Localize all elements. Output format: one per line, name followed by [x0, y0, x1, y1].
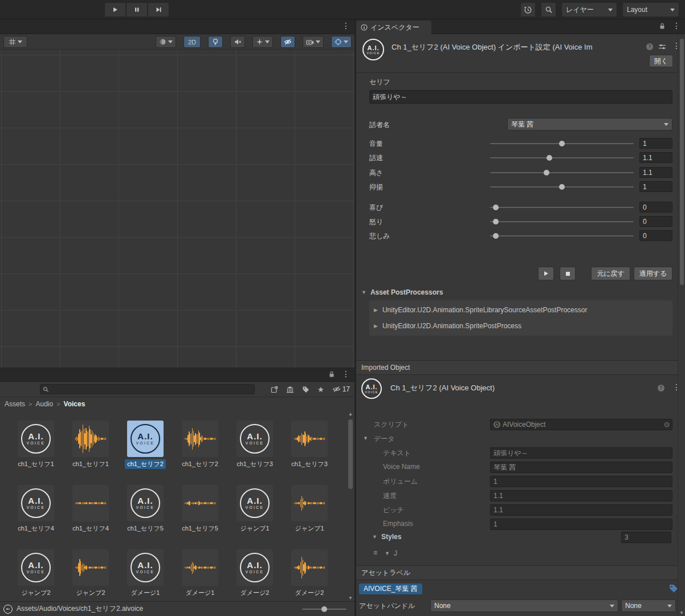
- scroll-down-icon[interactable]: ▼: [348, 595, 353, 601]
- styles-foldout[interactable]: ▼ Styles 3: [356, 532, 672, 544]
- project-scrollbar[interactable]: ▲ ▼: [347, 411, 354, 601]
- tab-inspector[interactable]: インスペクター: [356, 21, 431, 34]
- scene-lighting-toggle[interactable]: [208, 36, 223, 48]
- asset-item[interactable]: A.I.VOICEch1_セリフ5: [118, 485, 173, 549]
- gizmos-dropdown[interactable]: [331, 36, 352, 48]
- asset-item[interactable]: ダメージ2: [282, 549, 337, 602]
- breadcrumb-audio[interactable]: Audio: [35, 400, 53, 408]
- slider-value-field[interactable]: 0: [639, 216, 672, 227]
- postprocessor-row[interactable]: ▶UnityEditor.U2D.Animation.SpriteLibrary…: [369, 302, 672, 318]
- styles-element-row[interactable]: ≡ ▼ J: [356, 548, 672, 561]
- step-button[interactable]: [148, 2, 169, 17]
- asset-item[interactable]: ダメージ1: [173, 549, 227, 602]
- asset-postprocessors-foldout[interactable]: ▼ Asset PostProcessors: [361, 288, 443, 296]
- preview-stop-button[interactable]: [560, 267, 576, 280]
- shading-mode-dropdown[interactable]: [156, 36, 176, 48]
- slider-knob[interactable]: [547, 155, 552, 161]
- 2d-mode-toggle[interactable]: 2D: [184, 36, 201, 48]
- help-icon[interactable]: ?: [657, 384, 665, 392]
- bundle-variant-dropdown[interactable]: None: [621, 599, 676, 612]
- slider-value-field[interactable]: 1: [639, 138, 672, 149]
- asset-item[interactable]: A.I.VOICEジャンプ1: [227, 485, 282, 549]
- preview-play-button[interactable]: [538, 267, 554, 280]
- project-search-input[interactable]: [51, 386, 245, 393]
- undo-history-button[interactable]: [520, 2, 536, 17]
- breadcrumb-voices[interactable]: Voices: [64, 400, 85, 408]
- scroll-down-icon[interactable]: ▼: [679, 610, 684, 615]
- scroll-up-icon[interactable]: ▲: [348, 411, 353, 417]
- presets-icon[interactable]: [658, 43, 666, 51]
- asset-item[interactable]: ジャンプ1: [282, 485, 337, 549]
- slider-knob[interactable]: [493, 219, 499, 225]
- grid-visibility-dropdown[interactable]: [3, 36, 27, 48]
- slider-knob[interactable]: [559, 141, 565, 146]
- label-search-icon[interactable]: [302, 386, 309, 393]
- inspector-panel-menu-icon[interactable]: ⋮: [672, 22, 680, 30]
- asset-item[interactable]: ch1_セリフ1: [63, 421, 118, 485]
- asset-item[interactable]: ch1_セリフ3: [282, 421, 337, 485]
- slider-track[interactable]: [490, 157, 634, 158]
- asset-item[interactable]: ch1_セリフ2: [173, 421, 227, 485]
- asset-bundle-dropdown[interactable]: None: [430, 599, 618, 612]
- slider-value-field[interactable]: 1.1: [639, 167, 672, 178]
- asset-label-chip[interactable]: AIVOICE_琴葉 茜: [359, 584, 422, 594]
- layout-dropdown[interactable]: Layout: [622, 2, 679, 17]
- serif-text-field[interactable]: 頑張りや～: [369, 90, 672, 104]
- slider-value-field[interactable]: 1: [639, 181, 672, 192]
- slider-track[interactable]: [490, 172, 634, 173]
- slider-track[interactable]: [490, 235, 634, 236]
- play-button[interactable]: [104, 2, 126, 17]
- asset-item[interactable]: A.I.VOICEジャンプ2: [9, 549, 63, 602]
- breadcrumb-assets[interactable]: Assets: [5, 400, 25, 408]
- layers-dropdown[interactable]: レイヤー: [561, 2, 617, 17]
- slider-track[interactable]: [490, 186, 634, 187]
- slider-knob[interactable]: [493, 233, 499, 239]
- project-search-field[interactable]: [40, 384, 255, 394]
- drag-handle-icon[interactable]: ≡: [373, 549, 377, 557]
- asset-store-search-icon[interactable]: [286, 386, 294, 393]
- asset-item[interactable]: A.I.VOICEch1_セリフ3: [227, 421, 282, 485]
- pause-button[interactable]: [126, 2, 148, 17]
- slider-value-field[interactable]: 1.1: [639, 152, 672, 163]
- hidden-items-counter[interactable]: 17: [332, 385, 350, 393]
- asset-item[interactable]: A.I.VOICEダメージ1: [118, 549, 173, 602]
- project-panel-menu-icon[interactable]: ⋮: [342, 370, 350, 378]
- revert-button[interactable]: 元に戻す: [591, 267, 630, 280]
- apply-button[interactable]: 適用する: [634, 267, 672, 280]
- scrollbar-thumb[interactable]: [348, 419, 353, 489]
- slider-value-field[interactable]: 0: [639, 230, 672, 241]
- asset-item[interactable]: ジャンプ2: [63, 549, 118, 602]
- slider-value-field[interactable]: 0: [639, 202, 672, 213]
- scrollbar-thumb[interactable]: [680, 39, 684, 285]
- slider-track[interactable]: [490, 207, 634, 208]
- scene-panel-menu-icon[interactable]: ⋮: [342, 22, 350, 30]
- slider-knob[interactable]: [559, 184, 565, 190]
- postprocessor-row[interactable]: ▶UnityEditor.U2D.Animation.SpritePostPro…: [369, 318, 672, 334]
- search-everywhere-button[interactable]: [541, 2, 556, 17]
- scene-visibility-toggle[interactable]: [280, 36, 295, 48]
- open-search-window-icon[interactable]: [271, 386, 278, 393]
- inspector-scrollbar[interactable]: ▼: [678, 34, 685, 616]
- thumbnail-size-slider[interactable]: [302, 609, 346, 610]
- label-tag-icon[interactable]: [668, 584, 678, 593]
- asset-item[interactable]: A.I.VOICEch1_セリフ1: [9, 421, 63, 485]
- data-foldout[interactable]: ▼ データ: [356, 433, 672, 446]
- open-button[interactable]: 開く: [649, 55, 673, 67]
- help-icon[interactable]: ?: [646, 43, 654, 51]
- scene-camera-dropdown[interactable]: [303, 36, 324, 48]
- scene-viewport[interactable]: [0, 50, 354, 368]
- scene-effects-dropdown[interactable]: [252, 36, 273, 48]
- asset-item[interactable]: A.I.VOICEダメージ2: [227, 549, 282, 602]
- slider-knob[interactable]: [544, 170, 549, 176]
- slider-knob[interactable]: [493, 205, 499, 210]
- asset-item[interactable]: ch1_セリフ4: [63, 485, 118, 549]
- slider-knob[interactable]: [321, 606, 327, 612]
- asset-item[interactable]: A.I.VOICEch1_セリフ4: [9, 485, 63, 549]
- scene-audio-toggle[interactable]: [230, 36, 245, 48]
- favorites-icon[interactable]: ★: [317, 386, 324, 393]
- lock-icon[interactable]: [328, 370, 335, 378]
- asset-item[interactable]: ch1_セリフ5: [173, 485, 227, 549]
- slider-track[interactable]: [490, 143, 634, 144]
- speaker-dropdown[interactable]: 琴葉 茜: [507, 118, 672, 130]
- asset-item[interactable]: A.I.VOICEch1_セリフ2: [118, 421, 173, 485]
